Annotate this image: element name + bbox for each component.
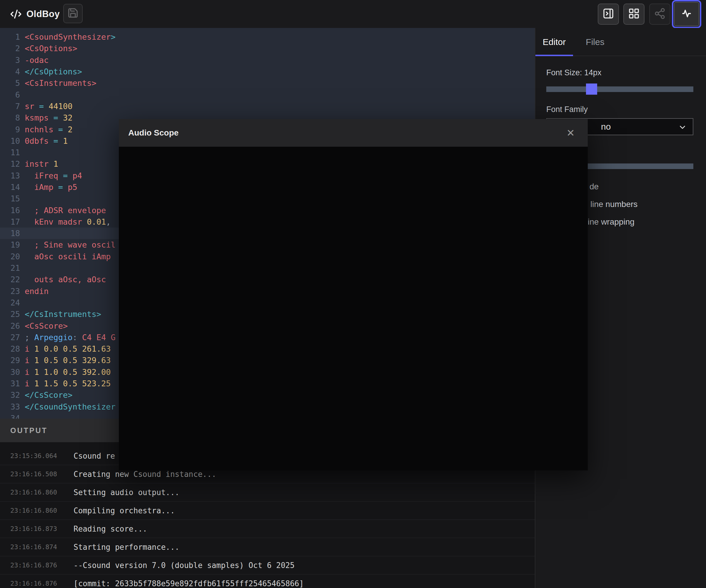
line-number: 32 xyxy=(0,390,25,400)
log-message: Compiling orchestra... xyxy=(74,506,175,515)
code-line[interactable]: 6 xyxy=(0,89,535,100)
code-text: <CsoundSynthesizer> xyxy=(25,32,116,41)
line-number: 14 xyxy=(0,182,25,192)
line-number: 5 xyxy=(0,79,25,88)
code-text: i 1 1.5 0.5 523.25 xyxy=(25,379,111,388)
app-brand: OldBoy xyxy=(10,0,60,28)
line-number: 24 xyxy=(0,298,25,307)
line-number: 26 xyxy=(0,321,25,331)
log-timestamp: 23:16:16.876 xyxy=(0,580,74,587)
font-family-value: no xyxy=(601,122,611,132)
code-line[interactable]: 3-odac xyxy=(0,54,535,66)
code-text: kEnv madsr 0.01, xyxy=(25,217,111,226)
code-text: ; Sine wave oscil xyxy=(25,240,116,249)
log-message: Creating new Csound instance... xyxy=(74,470,216,478)
line-number: 15 xyxy=(0,194,25,203)
option-label-fragment[interactable]: line numbers xyxy=(590,200,637,209)
log-row: 23:16:16.860Compiling orchestra... xyxy=(0,502,535,520)
output-panel-title: OUTPUT xyxy=(10,426,48,435)
code-text: </CsScore> xyxy=(25,390,73,400)
share-button[interactable] xyxy=(649,3,670,25)
line-number: 23 xyxy=(0,287,25,296)
line-number: 29 xyxy=(0,356,25,365)
audio-scope-button[interactable] xyxy=(674,2,699,26)
line-number: 31 xyxy=(0,379,25,388)
layout-grid-button[interactable] xyxy=(623,3,644,25)
line-number: 22 xyxy=(0,275,25,284)
tab-editor[interactable]: Editor xyxy=(535,28,573,56)
topbar: OldBoy xyxy=(0,0,706,28)
log-timestamp: 23:16:16.876 xyxy=(0,561,74,569)
log-row: 23:16:16.876[commit: 2633b5f788e59e892fd… xyxy=(0,575,535,588)
line-number: 30 xyxy=(0,368,25,377)
code-text: -odac xyxy=(25,55,48,65)
code-text: iFreq = p4 xyxy=(25,171,82,180)
code-text: ; ADSR envelope xyxy=(25,206,106,215)
line-number: 2 xyxy=(0,44,25,53)
log-timestamp: 23:16:16.874 xyxy=(0,543,74,551)
line-number: 11 xyxy=(0,148,25,157)
log-message: Setting audio output... xyxy=(74,488,180,497)
save-button[interactable] xyxy=(63,4,83,23)
code-text: </CsoundSynthesizer xyxy=(25,402,116,411)
line-number: 19 xyxy=(0,240,25,249)
activity-waveform-icon xyxy=(680,7,693,21)
log-row: 23:16:16.874Starting performance... xyxy=(0,538,535,556)
log-row: 23:16:16.876--Csound version 7.0 (double… xyxy=(0,556,535,575)
code-text: nchnls = 2 xyxy=(25,125,73,134)
line-number: 28 xyxy=(0,344,25,353)
line-number: 34 xyxy=(0,414,25,419)
line-number: 20 xyxy=(0,252,25,261)
line-number: 6 xyxy=(0,90,25,99)
code-line[interactable]: 2<CsOptions> xyxy=(0,43,535,54)
line-number: 1 xyxy=(0,32,25,41)
line-number: 13 xyxy=(0,171,25,180)
sidebar-tabs: Editor Files xyxy=(535,28,706,56)
code-text: ; Arpeggio: C4 E4 G xyxy=(25,333,116,342)
save-icon xyxy=(67,7,79,20)
log-row: 23:16:16.873Reading score... xyxy=(0,520,535,538)
log-timestamp: 23:15:36.064 xyxy=(0,452,74,460)
font-size-label: Font Size: 14px xyxy=(546,68,601,77)
line-number: 12 xyxy=(0,159,25,168)
code-line[interactable]: 4</CsOptions> xyxy=(0,66,535,77)
log-message: Csound re xyxy=(74,452,115,460)
code-text: 0dbfs = 1 xyxy=(25,136,68,145)
code-line[interactable]: 1<CsoundSynthesizer> xyxy=(0,31,535,43)
option-label-fragment[interactable]: de xyxy=(590,182,599,192)
line-number: 8 xyxy=(0,113,25,122)
code-text: <CsOptions> xyxy=(25,44,77,53)
code-text: outs aOsc, aOsc xyxy=(25,275,106,284)
code-text: instr 1 xyxy=(25,159,58,168)
option-label-fragment[interactable]: ine wrapping xyxy=(588,217,634,227)
toggle-panel-button[interactable] xyxy=(598,3,619,25)
share-icon xyxy=(654,8,666,20)
line-number: 9 xyxy=(0,125,25,134)
code-text: </CsInstruments> xyxy=(25,309,101,319)
font-size-slider-thumb[interactable] xyxy=(586,83,597,95)
app-title: OldBoy xyxy=(27,9,60,19)
log-timestamp: 23:16:16.860 xyxy=(0,489,74,496)
code-line[interactable]: 5<CsInstruments> xyxy=(0,77,535,89)
code-line[interactable]: 7sr = 44100 xyxy=(0,100,535,112)
tab-files[interactable]: Files xyxy=(582,28,609,56)
code-text: ksmps = 32 xyxy=(25,113,73,122)
code-text: i 1 0.0 0.5 261.63 xyxy=(25,344,111,353)
line-number: 4 xyxy=(0,67,25,76)
line-number: 10 xyxy=(0,136,25,145)
audio-scope-canvas xyxy=(119,147,588,470)
code-text: </CsOptions> xyxy=(25,67,82,76)
code-text: aOsc oscili iAmp xyxy=(25,252,111,261)
audio-scope-modal: Audio Scope ✕ xyxy=(119,119,588,470)
log-timestamp: 23:16:16.508 xyxy=(0,470,74,478)
log-message: --Csound version 7.0 (double samples) Oc… xyxy=(74,561,295,570)
log-timestamp: 23:16:16.873 xyxy=(0,525,74,533)
font-size-slider[interactable] xyxy=(546,86,693,92)
grid-icon xyxy=(628,8,640,20)
line-number: 33 xyxy=(0,402,25,411)
line-number: 7 xyxy=(0,102,25,111)
close-icon[interactable]: ✕ xyxy=(566,128,575,138)
panel-right-icon xyxy=(602,8,614,20)
line-number: 21 xyxy=(0,263,25,272)
line-number: 25 xyxy=(0,309,25,319)
